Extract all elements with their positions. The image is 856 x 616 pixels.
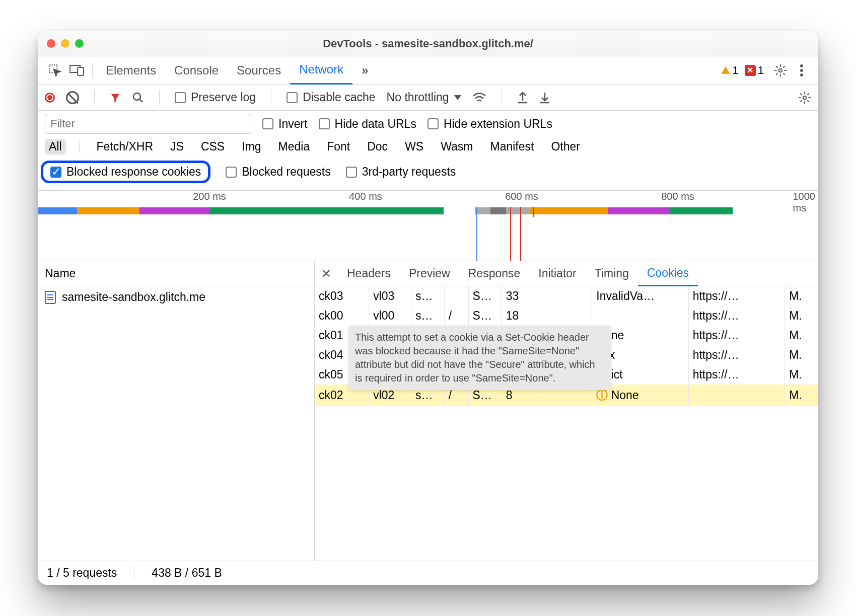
timeline-overview[interactable]: 200 ms 400 ms 600 ms 800 ms 1000 ms <box>38 191 818 261</box>
svg-point-3 <box>779 68 782 72</box>
request-row[interactable]: samesite-sandbox.glitch.me <box>38 286 314 308</box>
column-headers: Name ✕ Headers Preview Response Initiato… <box>38 261 818 286</box>
svg-point-5 <box>800 69 803 72</box>
tab-initiator[interactable]: Initiator <box>529 261 585 286</box>
devtools-window: DevTools - samesite-sandbox.glitch.me/ E… <box>38 31 818 585</box>
record-button[interactable] <box>45 93 55 103</box>
disable-cache-checkbox[interactable]: Disable cache <box>287 91 375 104</box>
zoom-window-dot[interactable] <box>75 39 84 48</box>
type-fetchxhr[interactable]: Fetch/XHR <box>93 139 157 155</box>
tick-label: 800 ms <box>661 191 694 202</box>
type-css[interactable]: CSS <box>197 139 229 155</box>
type-other[interactable]: Other <box>547 139 584 155</box>
type-manifest[interactable]: Manifest <box>486 139 538 155</box>
request-name: samesite-sandbox.glitch.me <box>62 290 205 304</box>
export-icon[interactable] <box>517 92 528 104</box>
name-column-header[interactable]: Name <box>38 261 315 286</box>
cookies-table[interactable]: ck03vl03s…S…33InvalidVa…https://…M.ck00v… <box>315 286 818 561</box>
svg-rect-2 <box>78 67 84 75</box>
filter-icon[interactable] <box>110 92 121 103</box>
clear-button[interactable] <box>66 91 79 104</box>
svg-point-7 <box>133 93 140 100</box>
device-toggle-icon[interactable] <box>66 65 88 76</box>
import-icon[interactable] <box>539 92 550 104</box>
search-icon[interactable] <box>132 92 144 104</box>
type-all[interactable]: All <box>45 139 66 155</box>
tab-preview[interactable]: Preview <box>400 261 459 286</box>
tab-sources[interactable]: Sources <box>228 56 290 85</box>
svg-point-6 <box>800 73 803 76</box>
window-title: DevTools - samesite-sandbox.glitch.me/ <box>38 37 818 50</box>
blocked-requests-checkbox[interactable]: Blocked requests <box>226 165 330 179</box>
type-doc[interactable]: Doc <box>363 139 392 155</box>
minimize-window-dot[interactable] <box>61 39 69 48</box>
preserve-log-checkbox[interactable]: Preserve log <box>175 91 256 104</box>
inspect-icon[interactable] <box>44 64 66 77</box>
type-font[interactable]: Font <box>323 139 354 155</box>
separator <box>92 63 93 78</box>
main-tab-strip: Elements Console Sources Network » 1 ✕ 1 <box>38 56 818 85</box>
svg-point-8 <box>803 96 807 99</box>
hide-extension-urls-checkbox[interactable]: Hide extension URLs <box>427 117 552 131</box>
settings-gear-icon[interactable] <box>770 64 791 77</box>
network-toolbar: Preserve log Disable cache No throttling <box>38 85 818 111</box>
tab-cookies[interactable]: Cookies <box>638 261 698 286</box>
warning-icon: ⓘ <box>596 389 608 402</box>
throttling-select[interactable]: No throttling <box>387 91 461 104</box>
tab-network[interactable]: Network <box>290 56 352 85</box>
cookie-row[interactable]: ck03vl03s…S…33InvalidVa…https://…M. <box>315 286 818 306</box>
cookie-row[interactable]: ck00vl00s…/S…18https://…M. <box>315 306 818 326</box>
tab-headers[interactable]: Headers <box>338 261 400 286</box>
filter-input[interactable] <box>45 114 251 134</box>
errors-count: 1 <box>758 64 764 77</box>
blocked-response-cookies-checkbox[interactable]: ✓Blocked response cookies <box>41 161 210 183</box>
request-count: 1 / 5 requests <box>47 566 117 580</box>
resource-type-filter: All Fetch/XHR JS CSS Img Media Font Doc … <box>38 137 818 158</box>
filter-bar: Invert Hide data URLs Hide extension URL… <box>38 111 818 137</box>
third-party-requests-checkbox[interactable]: 3rd-party requests <box>346 165 456 179</box>
errors-badge[interactable]: ✕ 1 <box>745 64 764 77</box>
status-bar: 1 / 5 requests 438 B / 651 B <box>38 561 818 585</box>
close-details-button[interactable]: ✕ <box>315 267 338 281</box>
tick-label: 400 ms <box>349 191 382 202</box>
window-controls <box>38 39 84 48</box>
hide-data-urls-checkbox[interactable]: Hide data URLs <box>319 117 416 131</box>
tick-label: 600 ms <box>505 191 538 202</box>
tab-elements[interactable]: Elements <box>97 56 165 85</box>
transferred-size: 438 B / 651 B <box>152 566 222 580</box>
document-icon <box>45 291 56 304</box>
tab-console[interactable]: Console <box>165 56 228 85</box>
invert-checkbox[interactable]: Invert <box>262 117 308 131</box>
type-media[interactable]: Media <box>274 139 314 155</box>
type-img[interactable]: Img <box>238 139 265 155</box>
kebab-menu-icon[interactable] <box>791 64 812 76</box>
warnings-badge[interactable]: 1 <box>721 64 739 77</box>
network-grid: samesite-sandbox.glitch.me ck03vl03s…S…3… <box>38 286 818 561</box>
svg-point-4 <box>800 64 803 67</box>
request-list[interactable]: samesite-sandbox.glitch.me <box>38 286 315 561</box>
network-settings-icon[interactable] <box>798 91 811 104</box>
tick-label: 200 ms <box>193 191 226 202</box>
tab-response[interactable]: Response <box>459 261 530 286</box>
network-conditions-icon[interactable] <box>472 92 486 103</box>
titlebar: DevTools - samesite-sandbox.glitch.me/ <box>38 31 818 56</box>
timeline-bars <box>38 206 818 216</box>
type-wasm[interactable]: Wasm <box>437 139 477 155</box>
tab-timing[interactable]: Timing <box>586 261 638 286</box>
close-window-dot[interactable] <box>47 39 55 48</box>
blocked-cookie-tooltip: This attempt to set a cookie via a Set-C… <box>349 326 611 390</box>
warnings-count: 1 <box>733 64 739 77</box>
tabs-overflow[interactable]: » <box>352 56 377 85</box>
type-ws[interactable]: WS <box>401 139 427 155</box>
type-js[interactable]: JS <box>166 139 188 155</box>
extra-filters-row: ✓Blocked response cookies Blocked reques… <box>38 158 818 191</box>
